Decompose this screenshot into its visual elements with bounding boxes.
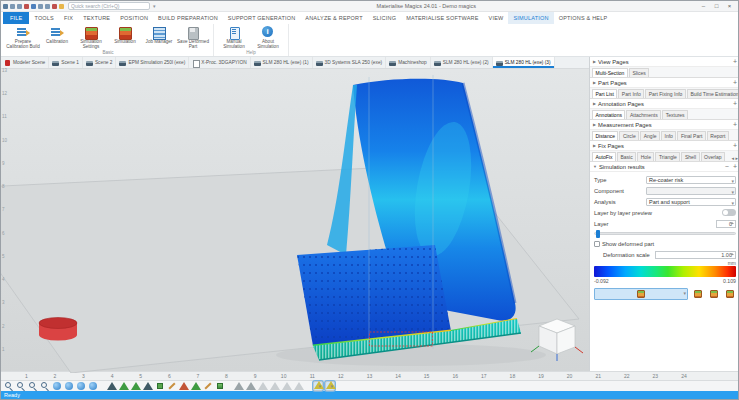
flip-triangle-icon[interactable]: [246, 381, 256, 391]
ribbon-tab[interactable]: FILE: [3, 12, 29, 24]
panel-tab[interactable]: Triangle: [655, 152, 680, 161]
ribbon-tab[interactable]: FIX: [59, 12, 78, 24]
redo-icon[interactable]: [38, 4, 43, 9]
clearance-check-icon[interactable]: [325, 381, 335, 391]
maximize-button[interactable]: □: [710, 3, 723, 9]
mark-triangle-icon[interactable]: [107, 381, 117, 391]
panel-tab[interactable]: Slices: [629, 68, 649, 77]
scene-tab[interactable]: Scene 2: [83, 57, 117, 68]
panel-tab[interactable]: Part Fixing Info: [645, 89, 686, 98]
add-page-button[interactable]: [733, 79, 737, 86]
mark-surface-icon[interactable]: [131, 381, 141, 391]
slices-view-button[interactable]: [723, 288, 736, 300]
pan-view-icon[interactable]: [64, 381, 74, 391]
triangle-filter-3-icon[interactable]: [282, 381, 292, 391]
save-file-icon[interactable]: [17, 4, 22, 9]
scene-tab[interactable]: Scene 1: [49, 57, 83, 68]
rotate-view-icon[interactable]: [52, 381, 62, 391]
calibration-puck[interactable]: [39, 318, 77, 341]
panel-tab[interactable]: Basic: [617, 152, 636, 161]
edit-triangle-icon[interactable]: [203, 381, 213, 391]
mark-shell-icon[interactable]: [143, 381, 153, 391]
add-page-button[interactable]: [733, 142, 737, 149]
panel-tab[interactable]: Textures: [662, 110, 688, 119]
panel-tab[interactable]: AutoFix: [592, 152, 616, 161]
ribbon-button[interactable]: Manual Simulation: [217, 25, 251, 50]
mark-plane-icon[interactable]: [119, 381, 129, 391]
ribbon-button[interactable]: About Simulation: [251, 25, 285, 50]
viewport-canvas[interactable]: [1, 69, 589, 373]
scene-tab[interactable]: EPM Simulation 250l (exe): [116, 57, 189, 68]
scene-tab[interactable]: X-Proc. 3DGAPYION: [189, 57, 250, 68]
panel-section-header[interactable]: Part Pages: [590, 78, 739, 88]
scene-tab[interactable]: 3D Systems SLA 250 (exe): [313, 57, 387, 68]
unmark-triangle-icon[interactable]: [179, 381, 189, 391]
key-icon[interactable]: [59, 4, 64, 9]
tab-scroll-buttons[interactable]: [732, 155, 738, 161]
triangle-filter-4-icon[interactable]: [294, 381, 304, 391]
ribbon-tab[interactable]: TEXTURE: [78, 12, 115, 24]
smooth-region-icon[interactable]: [234, 381, 244, 391]
ribbon-button[interactable]: Job Manager: [142, 25, 176, 50]
remove-page-button[interactable]: [725, 163, 729, 170]
ribbon-tab[interactable]: SUPPORT GENERATION: [223, 12, 300, 24]
layer-input[interactable]: 0: [716, 220, 736, 228]
panel-tab[interactable]: Multi-Section: [592, 68, 628, 77]
shaded-part-view-button[interactable]: [594, 288, 688, 300]
collision-check-icon[interactable]: [313, 381, 323, 391]
ribbon-tab[interactable]: VIEW: [484, 12, 509, 24]
ribbon-button[interactable]: Save Deformed Part: [176, 25, 210, 50]
mark-part-icon[interactable]: [215, 381, 225, 391]
copy-icon[interactable]: [45, 4, 50, 9]
machine-icon[interactable]: [52, 4, 57, 9]
ribbon-tab[interactable]: POSITION: [115, 12, 153, 24]
ribbon-tab[interactable]: ANALYZE & REPORT: [300, 12, 367, 24]
zoom-window-icon[interactable]: [4, 381, 14, 391]
scene-tab[interactable]: SLM 280 HL (exe) (3): [493, 57, 555, 68]
ribbon-tab[interactable]: SIMULATION: [508, 12, 553, 24]
ribbon-tab[interactable]: OPTIONS & HELP: [554, 12, 613, 24]
ribbon-tab[interactable]: MATERIALISE SOFTWARE: [401, 12, 483, 24]
mark-window-icon[interactable]: [155, 381, 165, 391]
zoom-fit-icon[interactable]: [40, 381, 50, 391]
panel-section-header[interactable]: Fix Pages: [590, 141, 739, 151]
zoom-out-icon[interactable]: [28, 381, 38, 391]
ribbon-button[interactable]: Calibration: [40, 25, 74, 50]
front-view-icon[interactable]: [76, 381, 86, 391]
layer-slider[interactable]: [594, 232, 736, 235]
panel-tab[interactable]: Info: [661, 131, 676, 140]
3d-viewport[interactable]: 13121110987654321: [1, 69, 589, 371]
ribbon-tab[interactable]: SLICING: [368, 12, 401, 24]
panel-tab[interactable]: Distance: [592, 131, 618, 140]
mark-brush-icon[interactable]: [167, 381, 177, 391]
layer-preview-toggle[interactable]: [722, 209, 736, 216]
panel-tab[interactable]: Part List: [592, 89, 617, 98]
deformation-scale-input[interactable]: 1.00: [655, 251, 736, 259]
simulation-results-header[interactable]: Simulation results: [590, 162, 739, 172]
panel-tab[interactable]: Angle: [640, 131, 660, 140]
panel-tab[interactable]: Hole: [637, 152, 654, 161]
triangle-filter-1-icon[interactable]: [258, 381, 268, 391]
panel-section-header[interactable]: View Pages: [590, 57, 739, 67]
iso-view-icon[interactable]: [88, 381, 98, 391]
supports-view-button[interactable]: [707, 288, 720, 300]
open-file-icon[interactable]: [10, 4, 15, 9]
add-page-button[interactable]: [733, 58, 737, 65]
add-page-button[interactable]: [733, 163, 737, 170]
slider-handle[interactable]: [596, 230, 600, 238]
panel-tab[interactable]: Report: [707, 131, 729, 140]
import-part-icon[interactable]: [24, 4, 29, 9]
component-select[interactable]: [646, 187, 736, 195]
scene-tab[interactable]: Modeler Scene: [1, 57, 49, 68]
quick-search-input[interactable]: [68, 2, 150, 10]
panel-tab[interactable]: Part Info: [618, 89, 644, 98]
panel-section-header[interactable]: Annotation Pages: [590, 99, 739, 109]
scene-tab[interactable]: Machineshop: [386, 57, 431, 68]
undo-icon[interactable]: [31, 4, 36, 9]
type-select[interactable]: Re-coater risk: [646, 176, 736, 184]
add-page-button[interactable]: [733, 100, 737, 107]
panel-tab[interactable]: Overlap: [701, 152, 726, 161]
ribbon-button[interactable]: Simulation: [108, 25, 142, 50]
panel-tab[interactable]: Attachments: [626, 110, 661, 119]
panel-tab[interactable]: Final Part: [677, 131, 705, 140]
